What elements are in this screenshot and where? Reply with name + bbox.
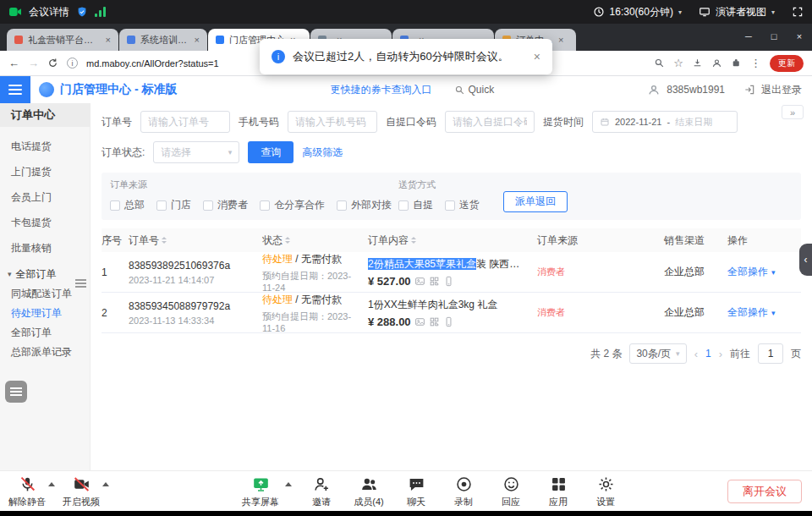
qrcode-icon[interactable] [429,276,440,287]
search-button[interactable]: 查询 [248,141,294,163]
sidebar-item-phone-pickup[interactable]: 电话提货 [0,134,90,159]
view-mode-caret-icon[interactable]: ▾ [771,8,775,16]
goto-page-input[interactable] [758,343,783,364]
unmute-button[interactable]: 解除静音 [5,475,49,508]
date-start-value[interactable]: 2022-11-21 [615,117,661,127]
header-content[interactable]: 订单内容 [368,233,537,248]
order-no-input[interactable] [140,111,230,133]
username[interactable]: 8385wb1991 [667,84,725,96]
date-end-placeholder[interactable]: 结束日期 [675,116,712,129]
view-mode-label[interactable]: 演讲者视图 [716,5,766,19]
maximize-icon[interactable]: □ [761,24,787,51]
timer-icon [593,6,605,18]
sort-icon[interactable] [285,237,290,244]
sidebar-pin-icon[interactable] [75,279,86,288]
coupon-query-link[interactable]: 更快捷的券卡查询入口 [331,83,432,97]
apps-button[interactable]: 应用 [536,475,580,508]
checkbox-consumer[interactable]: 消费者 [203,198,248,212]
image-icon[interactable] [414,316,425,327]
mic-options-caret-icon[interactable] [48,482,55,486]
checkbox-external[interactable]: 外部对接 [337,198,392,212]
checkbox-label: 门店 [171,198,191,212]
record-button[interactable]: 录制 [442,475,486,508]
qrcode-icon[interactable] [429,316,440,327]
reactions-button[interactable]: 回应 [489,475,533,508]
site-info-icon[interactable]: i [67,58,78,69]
dispatch-return-button[interactable]: 派单退回 [503,191,568,212]
members-button[interactable]: 成员(4) [347,475,391,508]
share-screen-button[interactable]: 共享屏幕 [239,475,283,508]
browser-update-button[interactable]: 更新 [770,55,804,72]
row-actions-dropdown[interactable]: 全部操作▾ [727,305,788,320]
settings-button[interactable]: 设置 [584,475,628,508]
sort-icon[interactable] [162,237,167,244]
browser-tab-1[interactable]: 礼盒营销平台管理中心 × [7,29,118,51]
order-status-select[interactable]: 请选择 ▾ [153,141,239,163]
checkbox-warehouse-coop[interactable]: 仓分享合作 [260,198,325,212]
refresh-icon[interactable] [47,58,58,69]
pickup-code-input[interactable] [445,111,535,133]
sidebar-item-hq-dispatch-log[interactable]: 总部派单记录 [0,343,90,362]
button-label: 回应 [502,496,520,508]
download-icon[interactable] [692,58,703,69]
tab-close-icon[interactable]: × [106,35,111,45]
tab-close-icon[interactable]: × [195,35,200,45]
header-order-no[interactable]: 订单号 [129,233,262,248]
start-video-button[interactable]: 开启视频 [59,475,103,508]
timer-caret-icon[interactable]: ▾ [678,8,682,16]
sidebar-item-member-visit[interactable]: 会员上门 [0,184,90,210]
profile-icon[interactable] [711,58,722,69]
video-options-caret-icon[interactable] [102,482,109,486]
close-icon[interactable]: × [787,24,812,51]
logout-button[interactable]: 退出登录 [761,83,802,97]
chat-button[interactable]: 聊天 [394,475,438,508]
sidebar-item-batch-verify[interactable]: 批量核销 [0,235,90,261]
hamburger-menu-icon[interactable] [0,76,30,103]
tab-favicon [127,36,135,44]
checkbox-store[interactable]: 门店 [156,198,191,212]
invite-button[interactable]: 邀请 [299,475,343,508]
sort-icon[interactable] [411,237,416,244]
image-icon[interactable] [414,276,425,287]
panel-collapse-button[interactable]: » [782,105,804,119]
prev-page-icon[interactable]: ‹ [694,348,698,360]
quick-search[interactable]: Quick [454,84,495,96]
leave-meeting-button[interactable]: 离开会议 [727,480,802,503]
minimize-icon[interactable]: ─ [736,24,761,51]
advanced-filter-link[interactable]: 高级筛选 [302,145,343,160]
sidebar-item-all-orders[interactable]: 全部订单 [0,323,90,343]
extensions-icon[interactable] [731,58,742,69]
fullscreen-icon[interactable] [792,6,804,18]
url-text[interactable]: md.maboy.cn/AllOrder?status=1 [86,58,219,69]
meeting-details-label[interactable]: 会议详情 [29,5,69,19]
next-page-icon[interactable]: › [719,348,722,360]
search-icon[interactable] [654,58,665,69]
row-actions-dropdown[interactable]: 全部操作▾ [727,265,788,279]
share-options-caret-icon[interactable] [285,482,292,486]
toast-close-icon[interactable]: × [534,50,540,63]
current-page[interactable]: 1 [705,348,711,360]
order-number[interactable]: 83859345088979792a [129,300,255,312]
bookmark-star-icon[interactable]: ☆ [673,57,683,69]
meeting-timer[interactable]: 16:30(60分钟) [610,5,673,19]
header-status[interactable]: 状态 [262,233,368,248]
sidebar-item-pending-orders[interactable]: 待处理订单 [0,304,90,323]
back-icon[interactable]: ← [8,57,19,69]
forward-icon[interactable]: → [28,57,39,69]
checkbox-self-pickup[interactable]: 自提 [398,198,433,212]
order-number[interactable]: 83859389251069376a [129,260,255,272]
phone-icon[interactable] [443,316,454,327]
browser-tab-2[interactable]: 系统培训学习 × [119,29,207,51]
page-size-select[interactable]: 30条/页 ▾ [629,343,686,364]
sidebar-item-door-pickup[interactable]: 上门提货 [0,159,90,184]
tab-close-icon[interactable]: × [558,35,563,45]
date-range-picker[interactable]: 2022-11-21 - 结束日期 [592,111,738,133]
quick-menu-button[interactable] [5,381,27,403]
phone-input[interactable] [288,111,377,133]
sidebar-item-card-pickup[interactable]: 卡包提货 [0,210,90,235]
checkbox-hq[interactable]: 总部 [110,198,145,212]
checkbox-delivery[interactable]: 送货 [445,198,480,212]
menu-dots-icon[interactable]: ⋮ [750,57,761,69]
phone-icon[interactable] [443,276,454,287]
side-drawer-handle[interactable]: ‹ [799,244,812,276]
